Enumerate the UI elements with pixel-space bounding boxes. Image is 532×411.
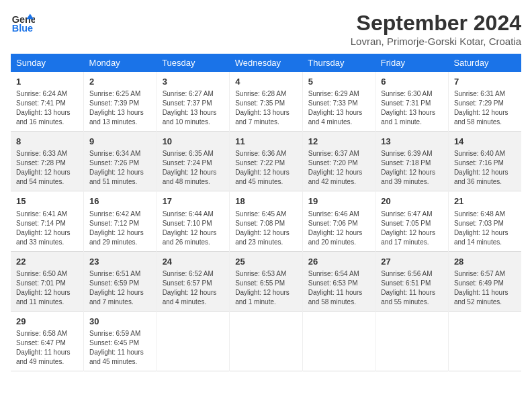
day-number: 3 (163, 76, 224, 88)
calendar-cell: 26Sunrise: 6:54 AM Sunset: 6:53 PM Dayli… (302, 251, 375, 311)
title-area: September 2024 Lovran, Primorje-Gorski K… (351, 11, 521, 47)
calendar-cell: 3Sunrise: 6:27 AM Sunset: 7:37 PM Daylig… (157, 72, 230, 132)
day-number: 25 (235, 256, 297, 268)
calendar-row: 1Sunrise: 6:24 AM Sunset: 7:41 PM Daylig… (11, 72, 521, 132)
day-number: 1 (16, 76, 78, 88)
day-number: 22 (16, 256, 78, 268)
header-wednesday: Wednesday (230, 54, 303, 72)
day-info: Sunrise: 6:33 AM Sunset: 7:28 PM Dayligh… (16, 149, 78, 187)
calendar-cell: 22Sunrise: 6:50 AM Sunset: 7:01 PM Dayli… (11, 251, 84, 311)
day-number: 14 (454, 136, 516, 148)
header-tuesday: Tuesday (157, 54, 230, 72)
day-number: 12 (308, 136, 370, 148)
calendar-cell (230, 311, 303, 371)
day-info: Sunrise: 6:41 AM Sunset: 7:14 PM Dayligh… (16, 210, 78, 247)
calendar-cell: 30Sunrise: 6:59 AM Sunset: 6:45 PM Dayli… (84, 311, 157, 371)
calendar-cell (157, 311, 230, 371)
day-info: Sunrise: 6:40 AM Sunset: 7:16 PM Dayligh… (454, 149, 516, 187)
svg-text:Blue: Blue (12, 23, 33, 34)
day-number: 29 (16, 316, 78, 328)
location: Lovran, Primorje-Gorski Kotar, Croatia (351, 36, 521, 47)
day-info: Sunrise: 6:57 AM Sunset: 6:49 PM Dayligh… (454, 269, 516, 307)
day-info: Sunrise: 6:31 AM Sunset: 7:29 PM Dayligh… (454, 89, 516, 127)
calendar-cell: 4Sunrise: 6:28 AM Sunset: 7:35 PM Daylig… (230, 72, 303, 132)
day-info: Sunrise: 6:46 AM Sunset: 7:06 PM Dayligh… (308, 210, 370, 247)
day-info: Sunrise: 6:54 AM Sunset: 6:53 PM Dayligh… (308, 269, 370, 307)
calendar-row: 8Sunrise: 6:33 AM Sunset: 7:28 PM Daylig… (11, 132, 521, 191)
day-info: Sunrise: 6:56 AM Sunset: 6:51 PM Dayligh… (381, 269, 443, 307)
header-monday: Monday (84, 54, 157, 72)
calendar-cell: 29Sunrise: 6:58 AM Sunset: 6:47 PM Dayli… (11, 311, 84, 371)
calendar-cell: 25Sunrise: 6:53 AM Sunset: 6:55 PM Dayli… (230, 251, 303, 311)
calendar-table: Sunday Monday Tuesday Wednesday Thursday… (11, 54, 521, 371)
day-number: 24 (163, 256, 224, 268)
logo: General Blue (11, 11, 35, 35)
day-info: Sunrise: 6:29 AM Sunset: 7:33 PM Dayligh… (308, 89, 370, 127)
day-info: Sunrise: 6:36 AM Sunset: 7:22 PM Dayligh… (235, 149, 297, 187)
day-info: Sunrise: 6:27 AM Sunset: 7:37 PM Dayligh… (163, 89, 224, 127)
calendar-cell: 11Sunrise: 6:36 AM Sunset: 7:22 PM Dayli… (230, 132, 303, 191)
day-number: 5 (308, 76, 370, 88)
day-number: 10 (163, 136, 224, 148)
day-number: 18 (235, 195, 297, 208)
day-number: 30 (89, 316, 151, 328)
calendar-cell: 20Sunrise: 6:47 AM Sunset: 7:05 PM Dayli… (375, 191, 449, 251)
calendar-cell: 1Sunrise: 6:24 AM Sunset: 7:41 PM Daylig… (11, 72, 84, 132)
day-info: Sunrise: 6:24 AM Sunset: 7:41 PM Dayligh… (16, 89, 78, 127)
calendar-cell: 14Sunrise: 6:40 AM Sunset: 7:16 PM Dayli… (448, 132, 521, 191)
header-saturday: Saturday (448, 54, 521, 72)
day-number: 2 (89, 76, 151, 88)
header-friday: Friday (375, 54, 449, 72)
day-info: Sunrise: 6:58 AM Sunset: 6:47 PM Dayligh… (16, 329, 78, 367)
day-number: 11 (235, 136, 297, 148)
day-number: 16 (89, 195, 151, 208)
day-info: Sunrise: 6:44 AM Sunset: 7:10 PM Dayligh… (163, 210, 224, 247)
day-number: 28 (454, 256, 516, 268)
calendar-cell: 7Sunrise: 6:31 AM Sunset: 7:29 PM Daylig… (448, 72, 521, 132)
calendar-cell: 9Sunrise: 6:34 AM Sunset: 7:26 PM Daylig… (84, 132, 157, 191)
calendar-cell: 21Sunrise: 6:48 AM Sunset: 7:03 PM Dayli… (448, 191, 521, 251)
day-number: 9 (89, 136, 151, 148)
day-number: 20 (381, 195, 443, 208)
calendar-cell: 28Sunrise: 6:57 AM Sunset: 6:49 PM Dayli… (448, 251, 521, 311)
header-sunday: Sunday (11, 54, 84, 72)
day-info: Sunrise: 6:28 AM Sunset: 7:35 PM Dayligh… (235, 89, 297, 127)
day-info: Sunrise: 6:59 AM Sunset: 6:45 PM Dayligh… (89, 329, 151, 367)
calendar-cell: 12Sunrise: 6:37 AM Sunset: 7:20 PM Dayli… (302, 132, 375, 191)
day-info: Sunrise: 6:30 AM Sunset: 7:31 PM Dayligh… (381, 89, 443, 127)
calendar-cell: 6Sunrise: 6:30 AM Sunset: 7:31 PM Daylig… (375, 72, 449, 132)
header-thursday: Thursday (302, 54, 375, 72)
day-info: Sunrise: 6:48 AM Sunset: 7:03 PM Dayligh… (454, 210, 516, 247)
calendar-cell: 10Sunrise: 6:35 AM Sunset: 7:24 PM Dayli… (157, 132, 230, 191)
calendar-row: 15Sunrise: 6:41 AM Sunset: 7:14 PM Dayli… (11, 191, 521, 251)
day-info: Sunrise: 6:42 AM Sunset: 7:12 PM Dayligh… (89, 210, 151, 247)
day-number: 17 (163, 195, 224, 208)
day-info: Sunrise: 6:25 AM Sunset: 7:39 PM Dayligh… (89, 89, 151, 127)
calendar-cell: 2Sunrise: 6:25 AM Sunset: 7:39 PM Daylig… (84, 72, 157, 132)
calendar-row: 29Sunrise: 6:58 AM Sunset: 6:47 PM Dayli… (11, 311, 521, 371)
day-number: 6 (381, 76, 443, 88)
calendar-cell: 8Sunrise: 6:33 AM Sunset: 7:28 PM Daylig… (11, 132, 84, 191)
header-row: Sunday Monday Tuesday Wednesday Thursday… (11, 54, 521, 72)
calendar-cell (302, 311, 375, 371)
calendar-cell (448, 311, 521, 371)
day-info: Sunrise: 6:53 AM Sunset: 6:55 PM Dayligh… (235, 269, 297, 307)
calendar-cell: 13Sunrise: 6:39 AM Sunset: 7:18 PM Dayli… (375, 132, 449, 191)
day-number: 23 (89, 256, 151, 268)
day-number: 26 (308, 256, 370, 268)
calendar-cell: 17Sunrise: 6:44 AM Sunset: 7:10 PM Dayli… (157, 191, 230, 251)
calendar-cell: 15Sunrise: 6:41 AM Sunset: 7:14 PM Dayli… (11, 191, 84, 251)
day-info: Sunrise: 6:45 AM Sunset: 7:08 PM Dayligh… (235, 210, 297, 247)
day-info: Sunrise: 6:52 AM Sunset: 6:57 PM Dayligh… (163, 269, 224, 307)
day-number: 21 (454, 195, 516, 208)
calendar-cell: 5Sunrise: 6:29 AM Sunset: 7:33 PM Daylig… (302, 72, 375, 132)
day-info: Sunrise: 6:35 AM Sunset: 7:24 PM Dayligh… (163, 149, 224, 187)
day-number: 13 (381, 136, 443, 148)
day-number: 27 (381, 256, 443, 268)
day-info: Sunrise: 6:34 AM Sunset: 7:26 PM Dayligh… (89, 149, 151, 187)
day-number: 4 (235, 76, 297, 88)
calendar-cell: 23Sunrise: 6:51 AM Sunset: 6:59 PM Dayli… (84, 251, 157, 311)
day-info: Sunrise: 6:51 AM Sunset: 6:59 PM Dayligh… (89, 269, 151, 307)
calendar-cell: 16Sunrise: 6:42 AM Sunset: 7:12 PM Dayli… (84, 191, 157, 251)
day-number: 19 (308, 195, 370, 208)
